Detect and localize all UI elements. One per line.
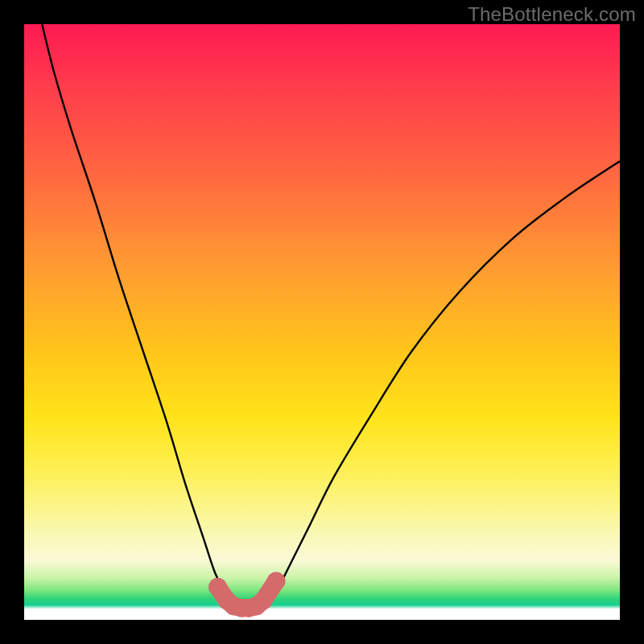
curve-layer [24, 24, 620, 620]
watermark-text: TheBottleneck.com [468, 3, 636, 26]
valley-marker-dot [267, 572, 286, 590]
chart-frame: TheBottleneck.com [0, 0, 644, 644]
right-curve [262, 161, 620, 608]
valley-marker-dot [254, 591, 273, 609]
left-curve [42, 24, 242, 608]
